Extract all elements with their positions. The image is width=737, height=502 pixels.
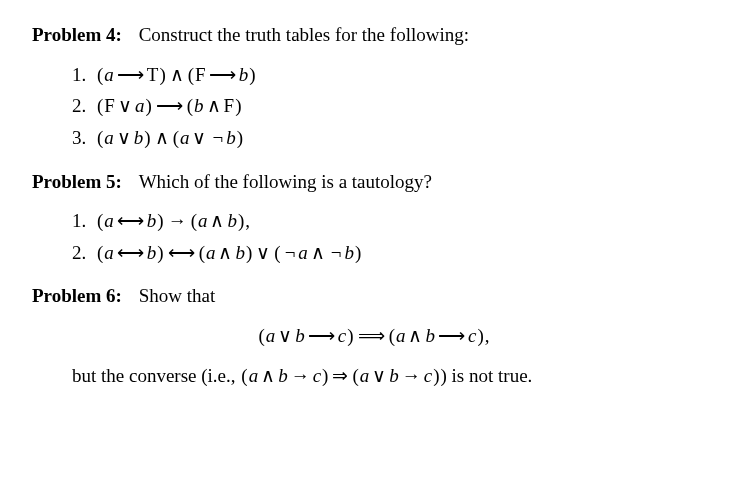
item-number: 1. bbox=[72, 208, 96, 234]
followup-pre: but the converse (i.e., bbox=[72, 365, 240, 386]
problem-4-heading: Problem 4: Construct the truth tables fo… bbox=[32, 22, 715, 48]
problem-4-label: Problem 4: bbox=[32, 24, 122, 45]
problem-6-prompt: Show that bbox=[139, 285, 216, 306]
item-number: 2. bbox=[72, 93, 96, 119]
problem-5-prompt: Which of the following is a tautology? bbox=[139, 171, 432, 192]
problem-4-prompt: Construct the truth tables for the follo… bbox=[139, 24, 469, 45]
list-item: 2. (F∨a)⟶(b∧F) bbox=[72, 93, 715, 119]
problem-5-label: Problem 5: bbox=[32, 171, 122, 192]
list-item: 1. (a⟶T)∧(F⟶b) bbox=[72, 62, 715, 88]
math-expression: (a∧b→c)⇒(a∨b→c) bbox=[240, 365, 440, 386]
list-item: 1. (a⟷b)→(a∧b), bbox=[72, 208, 715, 234]
list-item: 2. (a⟷b)⟷(a∧b)∨(¬a∧¬b) bbox=[72, 240, 715, 266]
problem-5-heading: Problem 5: Which of the following is a t… bbox=[32, 169, 715, 195]
problem-6-display: (a∨b⟶c)⟹(a∧b⟶c), bbox=[32, 323, 715, 349]
math-expression: (a∨b)∧(a∨¬b) bbox=[96, 125, 244, 151]
followup-post: ) is not true. bbox=[441, 365, 533, 386]
item-number: 2. bbox=[72, 240, 96, 266]
problem-6-heading: Problem 6: Show that bbox=[32, 283, 715, 309]
item-number: 1. bbox=[72, 62, 96, 88]
math-expression: (a⟷b)→(a∧b), bbox=[96, 208, 250, 234]
math-expression: (a⟷b)⟷(a∧b)∨(¬a∧¬b) bbox=[96, 240, 362, 266]
problem-4-list: 1. (a⟶T)∧(F⟶b) 2. (F∨a)⟶(b∧F) 3. (a∨b)∧(… bbox=[32, 62, 715, 151]
problem-6-followup: but the converse (i.e., (a∧b→c)⇒(a∨b→c))… bbox=[72, 363, 715, 389]
math-expression: (F∨a)⟶(b∧F) bbox=[96, 93, 242, 119]
problem-5-list: 1. (a⟷b)→(a∧b), 2. (a⟷b)⟷(a∧b)∨(¬a∧¬b) bbox=[32, 208, 715, 265]
math-expression: (a⟶T)∧(F⟶b) bbox=[96, 62, 257, 88]
list-item: 3. (a∨b)∧(a∨¬b) bbox=[72, 125, 715, 151]
math-expression: (a∨b⟶c)⟹(a∧b⟶c), bbox=[258, 325, 490, 346]
item-number: 3. bbox=[72, 125, 96, 151]
problem-6-label: Problem 6: bbox=[32, 285, 122, 306]
